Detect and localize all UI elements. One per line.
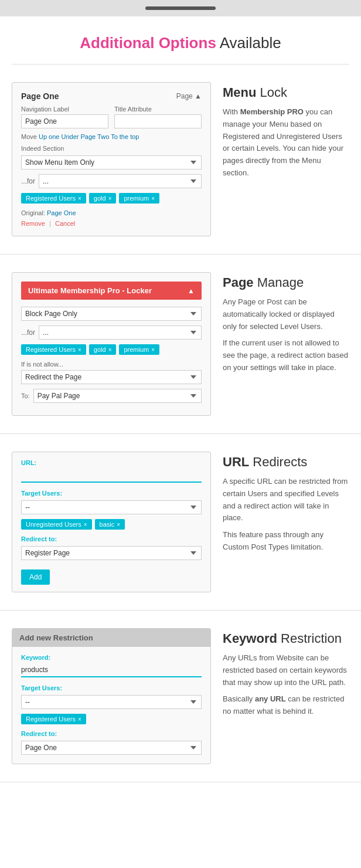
indent-section-label: Indeed Section: [21, 145, 202, 152]
cancel-link[interactable]: Cancel: [55, 220, 75, 227]
section-menu-lock-desc: Menu Lock With Membership PRO you can ma…: [223, 82, 349, 236]
url-redirect-label: Redirect to:: [21, 535, 202, 542]
url-add-button[interactable]: Add: [21, 569, 50, 585]
for-dropdown[interactable]: ...: [39, 174, 202, 188]
url-redirects-title-bold: URL: [223, 455, 249, 469]
menu-tags-row: Registered Users × gold × premium ×: [21, 193, 202, 204]
header-title-plain: Available: [216, 34, 281, 52]
page-for-dropdown[interactable]: ...: [39, 326, 202, 340]
url-tag-unregistered[interactable]: Unregistered Users ×: [21, 519, 92, 530]
keyword-target-label: Target Users:: [21, 684, 202, 691]
page-manage-title-plain: Manage: [254, 275, 304, 290]
tag-gold[interactable]: gold ×: [89, 193, 117, 204]
menu-lock-desc: With Membership PRO you can manage your …: [223, 106, 349, 179]
keyword-desc2: Basically any URL can be restricted no m…: [223, 693, 349, 718]
page-manage-desc: Any Page or Post can be automatically lo…: [223, 296, 349, 374]
page-manage-panel: Ultimate Membership Pro - Locker ▲ Block…: [12, 272, 211, 416]
if-not-allow-label: If is not allow...: [21, 361, 202, 368]
top-bar: [0, 0, 361, 16]
url-redirects-panel: URL: Target Users: -- Unregistered Users…: [12, 452, 211, 592]
section-url-redirects-panel: URL: Target Users: -- Unregistered Users…: [12, 452, 211, 592]
title-attr-input[interactable]: [114, 114, 202, 128]
keyword-restriction-desc: Any URLs from Website can be restricted …: [223, 652, 349, 718]
url-desc2: This feature pass through any Custom Pos…: [223, 529, 349, 554]
page-manage-title-bold: Page: [223, 275, 254, 290]
menu-lock-title-bold: Menu: [223, 85, 256, 100]
section-url-redirects: URL: Target Users: -- Unregistered Users…: [0, 434, 361, 611]
to-label: To:: [21, 392, 30, 399]
url-target-dropdown[interactable]: --: [21, 500, 202, 514]
keyword-restriction-title-bold: Keyword: [223, 631, 277, 646]
header-title-colored: Additional Options: [80, 34, 216, 52]
keyword-label: Keyword:: [21, 654, 202, 661]
section-keyword-restriction: Add new Restriction Keyword: Target User…: [0, 611, 361, 782]
page-tag-gold[interactable]: gold ×: [89, 344, 117, 355]
keyword-input[interactable]: [21, 663, 202, 677]
nav-label-text: Navigation Label: [21, 106, 108, 113]
keyword-panel-header: Add new Restriction: [12, 629, 210, 647]
url-label: URL:: [21, 459, 202, 466]
keyword-restriction-title: Keyword Restriction: [223, 631, 349, 646]
move-top-link[interactable]: To the top: [111, 133, 139, 140]
page-tag-premium[interactable]: premium ×: [119, 344, 159, 355]
section-page-manage: Ultimate Membership Pro - Locker ▲ Block…: [0, 255, 361, 434]
url-redirects-title: URL Redirects: [223, 455, 349, 470]
to-row: To: Pay Pal Page: [21, 389, 202, 403]
page-manage-header-text: Ultimate Membership Pro - Locker: [28, 286, 152, 295]
section-keyword-restriction-desc: Keyword Restriction Any URLs from Websit…: [223, 628, 349, 764]
url-input[interactable]: [21, 469, 202, 483]
action-divider: |: [49, 220, 51, 227]
tag-registered-close[interactable]: ×: [78, 195, 81, 202]
for-label: ...for: [21, 177, 35, 185]
original-link[interactable]: Page One: [47, 209, 76, 216]
menu-panel-page-title: Page One: [21, 91, 59, 101]
move-under-link[interactable]: Under Page Two: [62, 133, 110, 140]
page-tags-row: Registered Users × gold × premium ×: [21, 344, 202, 355]
nav-label-input[interactable]: [21, 114, 108, 128]
title-attr-group: Title Attribute: [114, 106, 202, 128]
url-tag-basic[interactable]: basic ×: [95, 519, 125, 530]
tag-registered[interactable]: Registered Users ×: [21, 193, 86, 204]
section-page-manage-panel: Ultimate Membership Pro - Locker ▲ Block…: [12, 272, 211, 416]
tag-premium[interactable]: premium ×: [119, 193, 159, 204]
url-tag-basic-close[interactable]: ×: [117, 521, 120, 528]
url-redirects-desc: A specific URL can be restricted from ce…: [223, 476, 349, 554]
panel-header-arrow: ▲: [188, 287, 195, 295]
section-menu-lock: Page One Page ▲ Navigation Label Title A…: [0, 65, 361, 255]
page-tag-premium-close[interactable]: ×: [151, 347, 155, 353]
url-redirects-title-plain: Redirects: [249, 455, 307, 469]
tag-premium-close[interactable]: ×: [151, 195, 155, 202]
keyword-panel: Add new Restriction Keyword: Target User…: [12, 628, 211, 764]
menu-lock-panel: Page One Page ▲ Navigation Label Title A…: [12, 82, 211, 236]
keyword-tags-row: Registered Users ×: [21, 714, 202, 724]
original-row: Original: Page One: [21, 209, 202, 216]
page-tag-registered-close[interactable]: ×: [78, 347, 81, 353]
page-tag-gold-close[interactable]: ×: [108, 347, 112, 353]
keyword-redirect-dropdown[interactable]: Page One: [21, 741, 202, 755]
action-links: Remove | Cancel: [21, 220, 202, 227]
section-url-redirects-desc: URL Redirects A specific URL can be rest…: [223, 452, 349, 592]
remove-link[interactable]: Remove: [21, 220, 45, 227]
keyword-tag-registered[interactable]: Registered Users ×: [21, 714, 86, 724]
keyword-desc1: Any URLs from Website can be restricted …: [223, 652, 349, 689]
move-up-link[interactable]: Up one: [39, 133, 59, 140]
url-redirect-dropdown[interactable]: Register Page: [21, 546, 202, 560]
block-page-select[interactable]: Block Page Only: [21, 307, 202, 321]
keyword-target-dropdown[interactable]: --: [21, 695, 202, 709]
menu-lock-title: Menu Lock: [223, 85, 349, 100]
url-tag-unregistered-close[interactable]: ×: [84, 521, 87, 528]
url-target-label: Target Users:: [21, 490, 202, 497]
section-menu-lock-panel: Page One Page ▲ Navigation Label Title A…: [12, 82, 211, 236]
keyword-tag-registered-close[interactable]: ×: [78, 716, 81, 723]
menu-lock-title-plain: Lock: [256, 85, 287, 100]
redirect-page-select[interactable]: Redirect the Page: [21, 370, 202, 384]
page-manage-title: Page Manage: [223, 275, 349, 290]
nav-label-group: Navigation Label: [21, 106, 108, 128]
to-page-dropdown[interactable]: Pay Pal Page: [33, 389, 202, 403]
tag-gold-close[interactable]: ×: [108, 195, 112, 202]
show-menu-select[interactable]: Show Menu Item Only: [21, 155, 202, 169]
page-tag-registered[interactable]: Registered Users ×: [21, 344, 86, 355]
url-desc1: A specific URL can be restricted from ce…: [223, 476, 349, 524]
menu-field-row: Navigation Label Title Attribute: [21, 106, 202, 128]
menu-panel-title-row: Page One Page ▲: [21, 91, 202, 101]
